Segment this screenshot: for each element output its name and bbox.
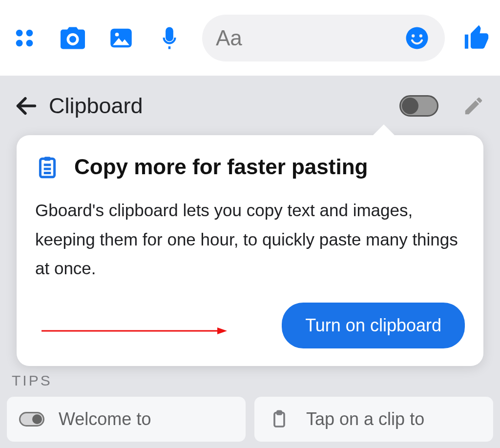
turn-on-clipboard-button[interactable]: Turn on clipboard (282, 303, 465, 348)
popover-body: Gboard's clipboard lets you copy text an… (35, 196, 465, 283)
svg-point-2 (16, 40, 23, 46)
tips-section-label: TIPS (12, 372, 52, 389)
emoji-icon[interactable] (403, 24, 431, 52)
svg-rect-11 (44, 157, 51, 161)
tip-text: Tap on a clip to (306, 409, 424, 429)
popover-heading: Copy more for faster pasting (74, 155, 368, 179)
toggle-icon (18, 408, 46, 430)
message-placeholder: Aa (216, 26, 397, 50)
gallery-icon[interactable] (105, 22, 137, 54)
clipboard-outline-icon (265, 408, 293, 430)
clipboard-onboarding-popover: Copy more for faster pasting Gboard's cl… (17, 135, 483, 366)
apps-icon[interactable] (9, 22, 40, 54)
svg-point-0 (16, 29, 23, 36)
svg-point-5 (115, 32, 119, 36)
tip-card[interactable]: Tap on a clip to (254, 397, 493, 442)
svg-point-8 (419, 34, 422, 37)
clipboard-icon (35, 155, 60, 179)
tips-row: Welcome to Tap on a clip to (7, 397, 493, 442)
camera-icon[interactable] (57, 22, 88, 54)
tip-card[interactable]: Welcome to (7, 397, 246, 442)
svg-point-7 (412, 34, 415, 37)
tip-text: Welcome to (59, 409, 151, 429)
clipboard-header: Clipboard (0, 81, 500, 131)
clipboard-toggle[interactable] (399, 95, 438, 117)
clipboard-title: Clipboard (49, 93, 393, 119)
message-input[interactable]: Aa (202, 15, 445, 61)
microphone-icon[interactable] (154, 22, 185, 54)
chat-input-bar: Aa (0, 0, 500, 76)
back-button[interactable] (11, 90, 42, 122)
svg-point-1 (26, 29, 33, 36)
thumbs-up-icon[interactable] (462, 23, 491, 53)
svg-point-6 (406, 27, 428, 49)
keyboard-clipboard-panel: Clipboard Copy more for faster pasting G… (0, 76, 500, 448)
svg-point-3 (26, 40, 33, 46)
edit-icon[interactable] (458, 90, 489, 122)
